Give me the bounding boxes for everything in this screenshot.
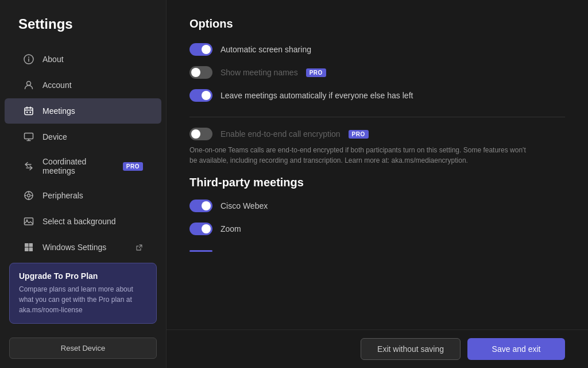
underline-bar <box>189 250 212 252</box>
option-zoom-label: Zoom <box>220 224 241 233</box>
sidebar-item-peripherals[interactable]: Peripherals <box>5 183 161 208</box>
option-cisco-webex: Cisco Webex <box>189 200 565 212</box>
toggle-thumb <box>202 91 211 100</box>
separator <box>189 117 565 117</box>
windows-icon <box>23 241 34 253</box>
encryption-block: Enable end-to-end call encryption PRO On… <box>189 128 565 166</box>
settings-title: Settings <box>0 16 166 46</box>
encryption-pro-badge: PRO <box>349 130 369 139</box>
svg-rect-12 <box>25 243 29 247</box>
external-link-icon <box>136 244 143 251</box>
encryption-row: Enable end-to-end call encryption PRO <box>189 128 565 140</box>
main-content: Options Automatic screen sharing Show me… <box>167 0 588 329</box>
sidebar-item-coordinated-label: Coordinated meetings <box>42 157 115 175</box>
toggle-thumb <box>191 129 200 139</box>
sidebar: Settings About <box>0 0 167 368</box>
sidebar-item-windows[interactable]: Windows Settings <box>5 235 161 256</box>
toggle-thumb <box>202 45 211 54</box>
sidebar-item-coordinated[interactable]: Coordinated meetings PRO <box>5 150 161 182</box>
toggle-auto-screen-share[interactable] <box>189 43 212 56</box>
upgrade-box[interactable]: Upgrade To Pro Plan Compare plans and le… <box>9 263 157 324</box>
footer: Exit without saving Save and exit <box>167 329 588 368</box>
sidebar-item-about[interactable]: About <box>5 47 161 72</box>
svg-point-3 <box>27 82 31 86</box>
toggle-cisco-webex[interactable] <box>189 200 212 212</box>
sidebar-nav: About Account <box>0 46 166 256</box>
svg-rect-15 <box>29 248 33 252</box>
sidebar-item-windows-label: Windows Settings <box>42 243 127 252</box>
sidebar-item-device[interactable]: Device <box>5 124 161 150</box>
save-and-exit-button[interactable]: Save and exit <box>467 338 565 360</box>
info-icon <box>23 53 34 65</box>
encryption-desc: One-on-one Teams calls are end-to-end en… <box>189 145 534 166</box>
show-meeting-pro-badge: PRO <box>306 68 326 77</box>
upgrade-box-desc: Compare plans and learn more about what … <box>19 284 147 315</box>
reset-device-button[interactable]: Reset Device <box>9 338 157 359</box>
svg-rect-13 <box>29 243 33 247</box>
option-leave-auto-label: Leave meetings automatically if everyone… <box>220 91 413 100</box>
sidebar-item-meetings[interactable]: Meetings <box>5 98 161 124</box>
sidebar-item-about-label: About <box>42 55 143 64</box>
peripherals-icon <box>23 190 34 201</box>
toggle-leave-auto[interactable] <box>189 89 212 102</box>
person-icon <box>23 79 34 91</box>
toggle-thumb <box>202 224 211 233</box>
option-zoom: Zoom <box>189 223 565 235</box>
toggle-thumb <box>202 201 211 210</box>
svg-rect-7 <box>25 133 33 139</box>
sidebar-item-background-label: Select a background <box>42 217 143 226</box>
toggle-encryption[interactable] <box>189 128 212 140</box>
option-leave-auto: Leave meetings automatically if everyone… <box>189 89 565 102</box>
option-auto-screen-share-label: Automatic screen sharing <box>220 45 311 54</box>
sidebar-item-background[interactable]: Select a background <box>5 209 161 234</box>
options-title: Options <box>189 17 565 30</box>
image-icon <box>23 216 34 227</box>
sidebar-item-account[interactable]: Account <box>5 72 161 98</box>
option-show-meeting-names: Show meeting names PRO <box>189 66 565 79</box>
calendar-icon <box>23 105 34 117</box>
svg-rect-10 <box>25 218 33 225</box>
option-show-meeting-names-label: Show meeting names <box>220 68 298 77</box>
sidebar-item-device-label: Device <box>42 132 143 141</box>
svg-point-2 <box>28 57 29 58</box>
svg-rect-6 <box>30 112 32 113</box>
toggle-zoom[interactable] <box>189 223 212 235</box>
third-party-title: Third-party meetings <box>189 176 565 189</box>
exit-without-saving-button[interactable]: Exit without saving <box>361 338 461 360</box>
option-cisco-webex-label: Cisco Webex <box>220 201 268 210</box>
sidebar-item-meetings-label: Meetings <box>42 106 143 116</box>
sidebar-item-peripherals-label: Peripherals <box>42 191 143 200</box>
monitor-icon <box>23 131 34 143</box>
upgrade-box-title: Upgrade To Pro Plan <box>19 271 147 281</box>
toggle-thumb <box>191 68 200 77</box>
svg-point-9 <box>28 194 30 197</box>
svg-rect-14 <box>25 248 29 252</box>
option-auto-screen-share: Automatic screen sharing <box>189 43 565 56</box>
svg-rect-5 <box>26 112 28 113</box>
encryption-label: Enable end-to-end call encryption <box>220 129 341 139</box>
sidebar-item-account-label: Account <box>42 80 143 90</box>
svg-rect-4 <box>25 108 33 115</box>
svg-rect-1 <box>28 59 29 62</box>
toggle-show-meeting-names[interactable] <box>189 66 212 79</box>
coordinated-pro-badge: PRO <box>123 162 143 171</box>
arrows-icon <box>23 160 34 172</box>
